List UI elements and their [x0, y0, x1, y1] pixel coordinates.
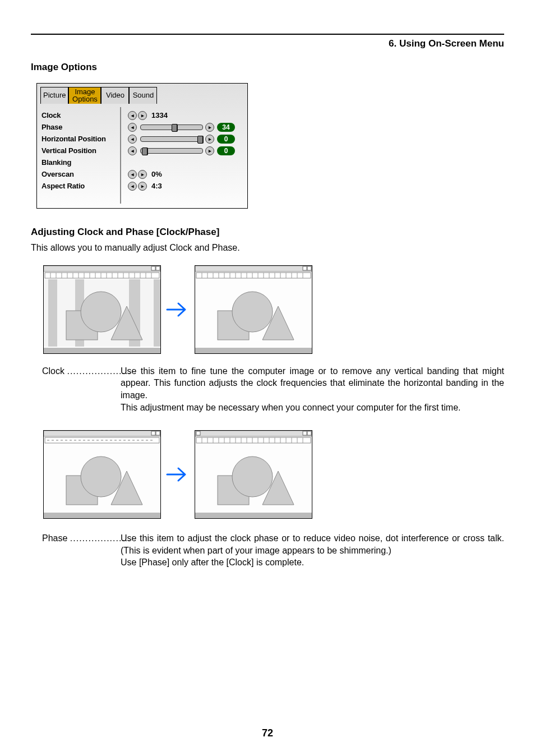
svg-rect-97 — [196, 437, 311, 443]
clock-diagram-row — [43, 265, 504, 354]
svg-point-57 — [232, 292, 273, 332]
osd-labels: Clock Phase Horizontal Position Vertical… — [41, 107, 121, 204]
hpos-slider[interactable] — [140, 136, 203, 142]
section-title: Image Options — [31, 62, 504, 73]
phase-diagram-row — [43, 430, 504, 519]
aspect-value: 4:3 — [151, 182, 162, 190]
row-overscan: ◂ ▸ 0% — [128, 168, 243, 180]
phase-desc-label: Phase — [42, 533, 67, 543]
svg-point-90 — [81, 457, 121, 497]
intro-text: This allows you to manually adjust Clock… — [31, 242, 504, 254]
arrow-left-icon[interactable]: ◂ — [128, 135, 137, 144]
svg-rect-2 — [156, 266, 160, 270]
svg-rect-59 — [195, 348, 312, 353]
phase-desc-p2: Use [Phase] only after the [Clock] is co… — [121, 557, 304, 567]
svg-rect-94 — [196, 431, 200, 435]
tab-video[interactable]: Video — [101, 87, 129, 104]
chapter-title: 6. Using On-Screen Menu — [31, 38, 504, 49]
row-aspect: ◂ ▸ 4:3 — [128, 180, 243, 192]
row-phase: ◂ ▸ 34 — [128, 121, 243, 133]
tab-image-options-line2: Options — [72, 95, 98, 103]
clock-desc-p1: Use this item to fine tune the computer … — [121, 366, 504, 400]
row-blanking — [128, 156, 243, 168]
clock-desc-label: Clock — [42, 366, 64, 376]
clock-value: 1334 — [151, 111, 168, 119]
row-hpos: ◂ ▸ 0 — [128, 133, 243, 145]
svg-rect-93 — [195, 431, 312, 436]
svg-rect-95 — [303, 431, 307, 435]
arrow-left-icon[interactable]: ◂ — [128, 123, 137, 132]
phase-desc-p1: Use this item to adjust the clock phase … — [121, 533, 504, 555]
svg-rect-31 — [44, 348, 160, 353]
tab-sound[interactable]: Sound — [129, 87, 157, 104]
overscan-value: 0% — [151, 170, 162, 178]
phase-diagram-before — [43, 430, 161, 519]
svg-rect-121 — [195, 513, 312, 518]
svg-rect-0 — [44, 266, 160, 271]
vpos-slider[interactable] — [140, 148, 203, 154]
svg-rect-1 — [151, 266, 155, 270]
svg-rect-32 — [195, 266, 312, 271]
row-clock: ◂ ▸ 1334 — [128, 109, 243, 121]
label-clock: Clock — [41, 109, 120, 121]
svg-point-29 — [81, 292, 121, 332]
arrow-left-icon[interactable]: ◂ — [128, 170, 137, 179]
arrow-right-large-icon — [161, 462, 195, 487]
phase-value: 34 — [217, 123, 235, 132]
svg-rect-62 — [156, 431, 160, 435]
svg-rect-27 — [154, 279, 160, 347]
hpos-value: 0 — [217, 135, 235, 144]
svg-rect-3 — [45, 273, 159, 278]
label-vpos: Vertical Position — [41, 145, 120, 156]
svg-rect-34 — [307, 266, 311, 270]
svg-point-119 — [232, 457, 273, 497]
arrow-right-large-icon — [161, 297, 195, 322]
svg-rect-24 — [48, 279, 57, 347]
svg-rect-33 — [303, 266, 307, 270]
label-phase: Phase — [41, 121, 120, 133]
svg-rect-96 — [307, 431, 311, 435]
clock-diagram-after — [195, 265, 312, 354]
tab-image-options-line1: Image — [75, 88, 95, 95]
arrow-left-icon[interactable]: ◂ — [128, 111, 137, 120]
arrow-right-icon[interactable]: ▸ — [138, 182, 147, 191]
clock-diagram-before — [43, 265, 161, 354]
clock-desc-p2: This adjustment may be necessary when yo… — [121, 403, 461, 412]
arrow-right-icon[interactable]: ▸ — [138, 111, 147, 120]
svg-rect-60 — [44, 431, 160, 436]
phase-diagram-after — [195, 430, 312, 519]
vpos-value: 0 — [217, 146, 235, 155]
clock-description: Clock ..................... Use this ite… — [31, 365, 504, 413]
header-rule — [31, 34, 504, 35]
arrow-left-icon[interactable]: ◂ — [128, 182, 137, 191]
phase-slider[interactable] — [140, 125, 203, 130]
arrow-right-icon[interactable]: ▸ — [205, 146, 214, 155]
label-aspect: Aspect Ratio — [41, 180, 120, 192]
label-overscan: Overscan — [41, 168, 120, 180]
tab-picture[interactable]: Picture — [40, 87, 68, 104]
label-blanking: Blanking — [41, 156, 120, 168]
tab-image-options[interactable]: Image Options — [68, 87, 101, 104]
osd-tabs: Picture Image Options Video Sound — [40, 87, 157, 104]
svg-rect-35 — [196, 273, 311, 278]
arrow-right-icon[interactable]: ▸ — [205, 135, 214, 144]
page-number: 72 — [0, 727, 535, 739]
svg-rect-92 — [44, 513, 160, 518]
row-vpos: ◂ ▸ 0 — [128, 145, 243, 156]
label-hpos: Horizontal Position — [41, 133, 120, 145]
svg-rect-61 — [151, 431, 155, 435]
arrow-right-icon[interactable]: ▸ — [205, 123, 214, 132]
arrow-right-icon[interactable]: ▸ — [138, 170, 147, 179]
phase-description: Phase .................... Use this item… — [31, 532, 504, 569]
osd-panel: Picture Image Options Video Sound Clock … — [36, 83, 248, 209]
arrow-left-icon[interactable]: ◂ — [128, 146, 137, 155]
subheading-clock-phase: Adjusting Clock and Phase [Clock/Phase] — [31, 227, 504, 238]
